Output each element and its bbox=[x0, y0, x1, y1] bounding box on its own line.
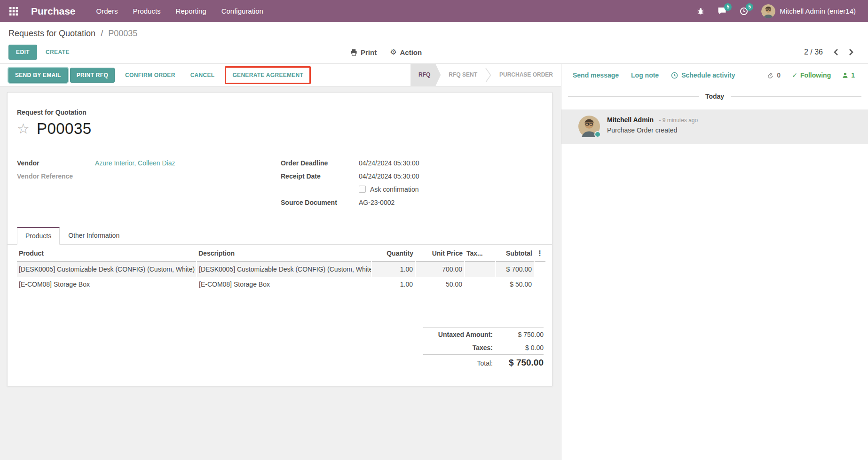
online-status-dot bbox=[594, 131, 601, 138]
main-menu: Orders Products Reporting Configuration bbox=[96, 7, 263, 15]
print-menu[interactable]: Print bbox=[350, 48, 377, 56]
field-column-left: Vendor Azure Interior, Colleen Diaz Vend… bbox=[17, 158, 281, 211]
menu-configuration[interactable]: Configuration bbox=[221, 7, 263, 15]
stage-rfq-sent[interactable]: RFQ SENT bbox=[441, 64, 485, 86]
untaxed-amount-value: $ 750.00 bbox=[502, 331, 544, 338]
doc-type-label: Request for Quotation bbox=[17, 109, 543, 116]
taxes-label: Taxes: bbox=[423, 344, 502, 351]
printer-icon bbox=[350, 49, 357, 56]
date-divider: Today bbox=[561, 93, 868, 100]
attachments-button[interactable]: 0 bbox=[767, 71, 781, 79]
user-avatar bbox=[761, 4, 775, 18]
activities-clock-icon[interactable]: 5 bbox=[740, 7, 748, 16]
followers-button[interactable]: 1 bbox=[842, 71, 855, 79]
tab-products[interactable]: Products bbox=[17, 227, 60, 245]
generate-agreement-button[interactable]: GENERATE AGREEMENT bbox=[228, 68, 308, 82]
schedule-clock-icon bbox=[671, 72, 678, 79]
favorite-star-icon[interactable]: ☆ bbox=[17, 122, 30, 136]
cell-unit-price: 700.00 bbox=[415, 262, 465, 277]
cell-subtotal: $ 50.00 bbox=[496, 277, 534, 292]
pager-next-icon[interactable] bbox=[849, 48, 854, 56]
action-label: Action bbox=[400, 48, 422, 56]
messages-icon[interactable]: 5 bbox=[718, 7, 726, 15]
col-header-description[interactable]: Description bbox=[197, 245, 371, 262]
menu-orders[interactable]: Orders bbox=[96, 7, 118, 15]
col-header-product[interactable]: Product bbox=[17, 245, 197, 262]
table-row[interactable]: [E-COM08] Storage Box [E-COM08] Storage … bbox=[17, 277, 545, 292]
control-panel-center-actions: Print ⚙ Action bbox=[350, 48, 422, 56]
following-button[interactable]: ✓ Following bbox=[792, 71, 831, 79]
notebook-tabs: Products Other Information bbox=[8, 227, 552, 245]
col-header-quantity[interactable]: Quantity bbox=[371, 245, 415, 262]
control-panel: Requests for Quotation / P00035 EDIT CRE… bbox=[0, 22, 868, 63]
field-group: Vendor Azure Interior, Colleen Diaz Vend… bbox=[17, 158, 543, 211]
message-body: Purchase Order created bbox=[607, 126, 698, 134]
cell-product: [E-COM08] Storage Box bbox=[17, 277, 197, 292]
tab-other-information[interactable]: Other Information bbox=[60, 227, 128, 245]
chatter-header-right: 0 ✓ Following 1 bbox=[767, 71, 855, 79]
action-menu[interactable]: ⚙ Action bbox=[390, 48, 422, 56]
pager-value[interactable]: 2 / 36 bbox=[804, 48, 823, 56]
cell-subtotal: $ 700.00 bbox=[496, 262, 534, 277]
breadcrumb-current: P00035 bbox=[108, 29, 137, 38]
total-label: Total: bbox=[423, 359, 502, 367]
menu-reporting[interactable]: Reporting bbox=[176, 7, 206, 15]
col-header-tax[interactable]: Tax... bbox=[465, 245, 496, 262]
order-deadline-value: 04/24/2024 05:30:00 bbox=[359, 159, 419, 167]
user-menu[interactable]: Mitchell Admin (enter14) bbox=[761, 4, 856, 18]
create-button[interactable]: CREATE bbox=[46, 49, 70, 55]
navbar-right: 5 5 bbox=[697, 4, 856, 18]
cell-description: [E-COM08] Storage Box bbox=[197, 277, 371, 292]
title-row: ☆ P00035 bbox=[17, 120, 543, 138]
send-by-email-button[interactable]: SEND BY EMAIL bbox=[8, 68, 68, 83]
app-brand[interactable]: Purchase bbox=[31, 6, 76, 17]
confirm-order-button[interactable]: CONFIRM ORDER bbox=[120, 68, 180, 82]
debug-bug-icon[interactable] bbox=[697, 8, 704, 15]
page-title: P00035 bbox=[37, 120, 92, 138]
field-column-right: Order Deadline 04/24/2024 05:30:00 Recei… bbox=[281, 158, 543, 211]
cell-quantity: 1.00 bbox=[371, 277, 415, 292]
field-receipt-date: Receipt Date 04/24/2024 05:30:00 bbox=[281, 172, 543, 180]
edit-button[interactable]: EDIT bbox=[8, 45, 37, 60]
total-value: $ 750.00 bbox=[502, 358, 544, 368]
breadcrumb-separator: / bbox=[101, 29, 103, 38]
cell-description: [DESK0005] Customizable Desk (CONFIG) (C… bbox=[197, 262, 371, 277]
table-row[interactable]: [DESK0005] Customizable Desk (CONFIG) (C… bbox=[17, 262, 545, 277]
cancel-button[interactable]: CANCEL bbox=[186, 68, 220, 82]
cell-options bbox=[534, 262, 545, 277]
user-name: Mitchell Admin (enter14) bbox=[780, 7, 856, 15]
annotation-highlight-box: GENERATE AGREEMENT bbox=[225, 66, 311, 84]
menu-products[interactable]: Products bbox=[133, 7, 160, 15]
schedule-activity-button[interactable]: Schedule activity bbox=[671, 71, 735, 79]
attachment-count: 0 bbox=[777, 71, 781, 79]
totals-block: Untaxed Amount: $ 750.00 Taxes: $ 0.00 T… bbox=[423, 327, 544, 371]
vendor-reference-label: Vendor Reference bbox=[17, 172, 95, 180]
apps-grid-icon[interactable] bbox=[8, 6, 19, 16]
cell-unit-price: 50.00 bbox=[415, 277, 465, 292]
optional-columns-header: ⋮ bbox=[534, 245, 545, 262]
pager: 2 / 36 bbox=[804, 48, 854, 56]
chatter-message: Mitchell Admin - 9 minutes ago Purchase … bbox=[561, 109, 868, 144]
vendor-label: Vendor bbox=[17, 159, 95, 167]
source-document-label: Source Document bbox=[281, 199, 359, 206]
optional-columns-dots-icon[interactable]: ⋮ bbox=[536, 249, 544, 257]
send-message-button[interactable]: Send message bbox=[573, 71, 619, 79]
breadcrumb: Requests for Quotation / P00035 bbox=[0, 28, 868, 41]
col-header-unit-price[interactable]: Unit Price bbox=[415, 245, 465, 262]
message-author-avatar bbox=[578, 116, 600, 137]
log-note-button[interactable]: Log note bbox=[631, 71, 659, 79]
vendor-value-link[interactable]: Azure Interior, Colleen Diaz bbox=[95, 159, 175, 167]
message-content: Mitchell Admin - 9 minutes ago Purchase … bbox=[607, 116, 698, 137]
print-rfq-button[interactable]: PRINT RFQ bbox=[70, 68, 115, 83]
date-divider-label: Today bbox=[705, 93, 724, 100]
cell-product: [DESK0005] Customizable Desk (CONFIG) (C… bbox=[17, 262, 197, 277]
stage-purchase-order[interactable]: PURCHASE ORDER bbox=[491, 64, 561, 86]
message-timestamp: - 9 minutes ago bbox=[659, 117, 698, 124]
stage-rfq[interactable]: RFQ bbox=[411, 64, 441, 86]
message-author[interactable]: Mitchell Admin bbox=[607, 116, 654, 124]
col-header-subtotal[interactable]: Subtotal bbox=[496, 245, 534, 262]
taxes-row: Taxes: $ 0.00 bbox=[423, 341, 544, 354]
follower-person-icon bbox=[842, 72, 848, 78]
pager-previous-icon[interactable] bbox=[833, 48, 838, 56]
breadcrumb-parent-link[interactable]: Requests for Quotation bbox=[8, 29, 95, 38]
